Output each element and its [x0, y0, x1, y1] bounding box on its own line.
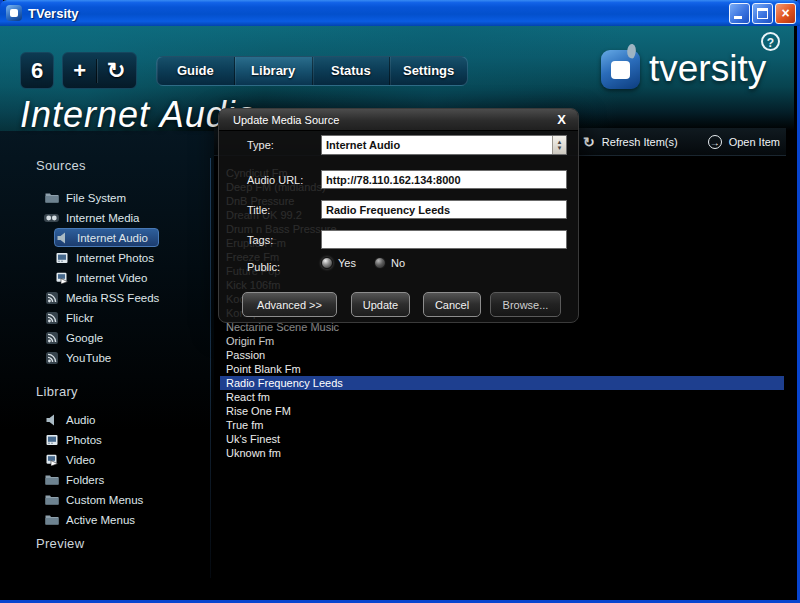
audio-icon: [44, 413, 59, 426]
sidebar-item-internet-video[interactable]: Internet Video: [54, 268, 157, 287]
spinner-icon[interactable]: ▲▼: [552, 136, 566, 154]
dialog-title: Update Media Source: [233, 114, 557, 126]
list-item[interactable]: Uk's Finest: [220, 432, 784, 446]
tags-input[interactable]: [321, 230, 567, 249]
dialog-titlebar[interactable]: Update Media Source X: [219, 109, 578, 131]
radio-icon: [374, 257, 386, 269]
list-item[interactable]: Origin Fm: [220, 334, 784, 348]
sidebar-separator: [210, 158, 211, 578]
sidebar-item-video[interactable]: Video: [44, 450, 105, 469]
sidebar-item-label: Custom Menus: [66, 494, 143, 506]
advanced-button[interactable]: Advanced >>: [242, 292, 337, 317]
rss-icon: [44, 331, 59, 344]
update-button[interactable]: Update: [351, 292, 410, 317]
title-label: Title:: [247, 204, 270, 216]
refresh-items-button[interactable]: ↻ Refresh Item(s): [583, 135, 678, 149]
sidebar-item-file-system[interactable]: File System: [44, 188, 136, 207]
tversity-home-button[interactable]: 6: [20, 52, 54, 89]
rss-icon: [44, 311, 59, 324]
sidebar-item-custom-menus[interactable]: Custom Menus: [44, 490, 153, 509]
audio-url-label: Audio URL:: [247, 174, 303, 186]
list-item[interactable]: True fm: [220, 418, 784, 432]
cancel-button[interactable]: Cancel: [423, 292, 481, 317]
tversity-glyph-icon: 6: [21, 58, 53, 84]
sidebar-item-google[interactable]: Google: [44, 328, 113, 347]
dialog-close-icon[interactable]: X: [557, 112, 566, 127]
public-radio-group: YesNo: [321, 257, 405, 269]
sidebar-item-audio[interactable]: Audio: [44, 410, 105, 429]
sidebar-item-label: Video: [66, 454, 95, 466]
sidebar-section-sources: Sources: [36, 158, 86, 173]
refresh-items-icon: ↻: [583, 135, 595, 149]
tab-status[interactable]: Status: [313, 57, 391, 85]
list-item[interactable]: React fm: [220, 390, 784, 404]
sidebar-item-label: Photos: [66, 434, 102, 446]
sidebar-item-internet-audio[interactable]: Internet Audio: [54, 228, 159, 247]
open-item-label: Open Item: [729, 136, 780, 148]
sidebar-item-internet-photos[interactable]: Internet Photos: [54, 248, 164, 267]
tab-guide[interactable]: Guide: [157, 57, 235, 85]
maximize-button[interactable]: [752, 3, 773, 24]
open-item-icon: →: [708, 135, 722, 149]
sidebar-item-label: Audio: [66, 414, 95, 426]
title-input[interactable]: [321, 200, 567, 219]
list-item[interactable]: Rise One FM: [220, 404, 784, 418]
app-body: ? 6 + ↻ GuideLibraryStatusSettings tvers…: [0, 26, 794, 600]
radio-label: Yes: [338, 257, 356, 269]
sidebar-item-media-rss-feeds[interactable]: Media RSS Feeds: [44, 288, 169, 307]
video-icon: [54, 271, 69, 284]
tversity-logo-text: tversity: [649, 48, 766, 90]
rss-icon: [44, 291, 59, 304]
tversity-logo: tversity: [601, 48, 766, 90]
app-icon: [6, 5, 22, 21]
type-label: Type:: [247, 139, 274, 151]
close-button[interactable]: ×: [775, 3, 796, 24]
sidebar-item-label: Internet Video: [76, 272, 147, 284]
sidebar-item-photos[interactable]: Photos: [44, 430, 112, 449]
close-icon: ×: [776, 4, 795, 23]
folder-icon: [44, 493, 59, 506]
sidebar-item-youtube[interactable]: YouTube: [44, 348, 121, 367]
audio-icon: [55, 231, 70, 244]
sidebar-item-folders[interactable]: Folders: [44, 470, 114, 489]
add-icon[interactable]: +: [63, 58, 96, 84]
tab-settings[interactable]: Settings: [390, 57, 467, 85]
list-item[interactable]: Point Blank Fm: [220, 362, 784, 376]
sidebar-section-preview: Preview: [36, 536, 84, 551]
folder-icon: [44, 191, 59, 204]
window-titlebar: TVersity ×: [0, 0, 800, 26]
rss-icon: [44, 351, 59, 364]
public-radio-no[interactable]: No: [374, 257, 405, 269]
minimize-button[interactable]: [729, 3, 750, 24]
sidebar-item-label: Active Menus: [66, 514, 135, 526]
sidebar-item-internet-media[interactable]: Internet Media: [44, 208, 150, 227]
radio-label: No: [391, 257, 405, 269]
browse-button[interactable]: Browse...: [490, 292, 561, 317]
window-title: TVersity: [28, 6, 729, 21]
list-item[interactable]: Radio Frequency Leeds: [220, 376, 784, 390]
type-select-value: Internet Audio: [322, 139, 552, 151]
folder-icon: [44, 473, 59, 486]
main-nav: GuideLibraryStatusSettings: [156, 56, 468, 86]
tversity-window: TVersity × ? 6 + ↻ GuideLibraryStatusSet…: [0, 0, 800, 603]
photos-icon: [44, 433, 59, 446]
sidebar-item-flickr[interactable]: Flickr: [44, 308, 103, 327]
sidebar-item-active-menus[interactable]: Active Menus: [44, 510, 145, 529]
sidebar-item-label: Folders: [66, 474, 104, 486]
refresh-icon[interactable]: ↻: [97, 58, 135, 84]
toolbar: 6 + ↻: [20, 52, 137, 89]
folder-icon: [44, 513, 59, 526]
update-media-source-dialog: Update Media Source X Type: Internet Aud…: [218, 108, 579, 323]
photos-icon: [54, 251, 69, 264]
list-item[interactable]: Passion: [220, 348, 784, 362]
public-radio-yes[interactable]: Yes: [321, 257, 356, 269]
type-select[interactable]: Internet Audio ▲▼: [321, 135, 567, 155]
audio-url-input[interactable]: [321, 170, 567, 189]
list-item[interactable]: Uknown fm: [220, 446, 784, 460]
sidebar-item-label: Internet Media: [66, 212, 140, 224]
video-icon: [44, 453, 59, 466]
maximize-icon: [757, 8, 768, 19]
tab-library[interactable]: Library: [235, 57, 313, 85]
open-item-button[interactable]: → Open Item: [708, 135, 780, 149]
tversity-logo-icon: [601, 50, 640, 89]
